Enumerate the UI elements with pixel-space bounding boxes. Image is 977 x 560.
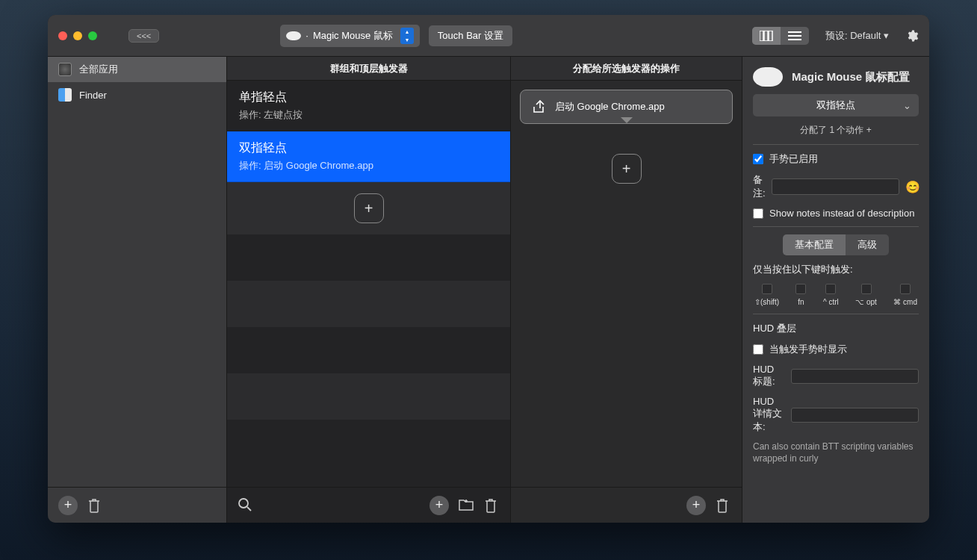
svg-rect-1 [764, 31, 768, 41]
toolbar: <<< · Magic Mouse 鼠标 ▴▾ Touch Bar 设置 预设:… [48, 15, 929, 57]
show-notes-row: Show notes instead of description [753, 208, 919, 219]
trigger-item-single-tap[interactable]: 单指轻点 操作: 左键点按 [227, 81, 510, 131]
svg-rect-2 [769, 31, 772, 41]
modifier-fn[interactable]: fn [795, 284, 806, 306]
triggers-header: 群组和顶层触发器 [227, 57, 510, 81]
modifier-opt[interactable]: ⌥ opt [855, 284, 877, 306]
tab-advanced[interactable]: 高级 [846, 234, 889, 255]
emoji-picker-icon[interactable]: 😊 [905, 180, 920, 194]
trigger-add-row: + [227, 182, 510, 234]
app-window: <<< · Magic Mouse 鼠标 ▴▾ Touch Bar 设置 预设:… [48, 15, 929, 523]
gesture-dropdown[interactable]: 双指轻点 [753, 94, 919, 116]
modifier-shift[interactable]: ⇧(shift) [754, 284, 779, 306]
sidebar: 全部应用 Finder + [48, 57, 227, 523]
hud-show-checkbox[interactable] [753, 344, 763, 355]
trigger-title: 单指轻点 [239, 90, 498, 105]
back-button[interactable]: <<< [128, 29, 159, 43]
hud-hint-text: Can also contain BTT scripting variables… [753, 441, 919, 464]
hud-title-row: HUD 标题: [753, 364, 919, 388]
content-area: 全部应用 Finder + 群组和顶层触发器 单指轻点 操作: 左键点按 [48, 57, 929, 523]
actions-footer: + [511, 487, 742, 523]
finder-icon [58, 88, 72, 102]
search-icon[interactable] [238, 497, 254, 514]
device-stepper-icon[interactable]: ▴▾ [400, 28, 414, 44]
trigger-title: 双指轻点 [239, 140, 498, 156]
notes-input[interactable] [772, 178, 899, 195]
hud-title-label: HUD 标题: [753, 364, 785, 388]
inspector-header: Magic Mouse 鼠标配置 [753, 67, 919, 87]
device-dot: · [305, 30, 308, 41]
add-trigger-button[interactable]: + [354, 193, 384, 223]
actions-header: 分配给所选触发器的操作 [511, 57, 742, 81]
gesture-dropdown-label: 双指轻点 [816, 99, 855, 112]
trigger-sub: 操作: 左键点按 [239, 108, 498, 122]
modifier-row: ⇧(shift) fn ^ ctrl ⌥ opt ⌘ cmd [753, 284, 919, 306]
actions-column: 分配给所选触发器的操作 启动 Google Chrome.app + + [511, 57, 742, 523]
gear-icon[interactable] [905, 29, 919, 43]
gesture-enabled-row: 手势已启用 [753, 152, 919, 166]
svg-line-7 [247, 507, 251, 511]
preset-selector[interactable]: 预设: Default ▾ [818, 25, 896, 46]
trigger-list: 单指轻点 操作: 左键点按 双指轻点 操作: 启动 Google Chrome.… [227, 81, 510, 487]
empty-row [227, 373, 510, 420]
triggers-column: 群组和顶层触发器 单指轻点 操作: 左键点按 双指轻点 操作: 启动 Googl… [227, 57, 511, 523]
sidebar-item-label: Finder [79, 90, 107, 101]
empty-row [227, 234, 510, 281]
svg-point-6 [239, 499, 248, 508]
view-toggle [752, 27, 809, 45]
trigger-item-two-finger-tap[interactable]: 双指轻点 操作: 启动 Google Chrome.app [227, 131, 510, 182]
add-app-button[interactable]: + [58, 496, 78, 515]
show-notes-checkbox[interactable] [753, 208, 763, 219]
notes-row: 备注: 😊 [753, 173, 919, 200]
hud-header: HUD 叠层 [753, 322, 919, 335]
empty-row [227, 281, 510, 327]
hud-show-row: 当触发手势时显示 [753, 343, 919, 356]
action-item-launch-chrome[interactable]: 启动 Google Chrome.app [520, 90, 733, 124]
sidebar-item-all-apps[interactable]: 全部应用 [48, 57, 226, 82]
delete-action-button[interactable] [715, 497, 731, 514]
trigger-sub: 操作: 启动 Google Chrome.app [239, 159, 498, 172]
traffic-lights [58, 31, 97, 40]
sidebar-footer: + [48, 487, 226, 523]
add-action-footer-button[interactable]: + [686, 496, 706, 515]
add-trigger-footer-button[interactable]: + [429, 496, 449, 515]
delete-trigger-button[interactable] [483, 497, 500, 514]
add-action-button[interactable]: + [612, 154, 642, 184]
close-window-button[interactable] [58, 31, 67, 40]
view-list-button[interactable] [781, 27, 809, 45]
action-label: 启动 Google Chrome.app [555, 100, 665, 113]
hud-title-input[interactable] [791, 369, 919, 384]
sidebar-list: 全部应用 Finder [48, 57, 226, 487]
gesture-enabled-label: 手势已启用 [769, 152, 818, 166]
svg-rect-0 [760, 31, 763, 41]
hud-detail-label: HUD 详情文本: [753, 396, 785, 434]
modifier-ctrl[interactable]: ^ ctrl [823, 284, 839, 306]
sidebar-item-finder[interactable]: Finder [48, 82, 226, 108]
touchbar-settings-button[interactable]: Touch Bar 设置 [429, 25, 512, 46]
view-columns-button[interactable] [752, 27, 781, 45]
hud-detail-input[interactable] [791, 408, 919, 423]
tab-basic[interactable]: 基本配置 [783, 234, 846, 255]
modifier-cmd[interactable]: ⌘ cmd [893, 284, 917, 306]
hud-show-label: 当触发手势时显示 [769, 343, 847, 356]
empty-row [227, 420, 510, 466]
notes-label: 备注: [753, 173, 766, 200]
gesture-enabled-checkbox[interactable] [753, 154, 763, 164]
zoom-window-button[interactable] [88, 31, 97, 40]
device-selector[interactable]: · Magic Mouse 鼠标 ▴▾ [280, 25, 420, 47]
device-label: Magic Mouse 鼠标 [313, 29, 393, 43]
inspector-panel: Magic Mouse 鼠标配置 双指轻点 分配了 1 个动作 + 手势已启用 … [742, 57, 929, 523]
inspector-title: Magic Mouse 鼠标配置 [792, 69, 910, 84]
globe-icon [58, 63, 72, 76]
assigned-actions-line[interactable]: 分配了 1 个动作 + [753, 124, 919, 137]
mouse-icon [286, 31, 301, 40]
show-notes-label: Show notes instead of description [769, 208, 914, 219]
triggers-footer: + [227, 487, 510, 523]
delete-app-button[interactable] [87, 497, 103, 514]
folder-button[interactable] [458, 497, 474, 514]
hud-detail-row: HUD 详情文本: [753, 396, 919, 434]
sidebar-item-label: 全部应用 [79, 63, 118, 76]
mouse-icon [753, 67, 783, 87]
launch-icon [531, 99, 546, 114]
minimize-window-button[interactable] [73, 31, 82, 40]
